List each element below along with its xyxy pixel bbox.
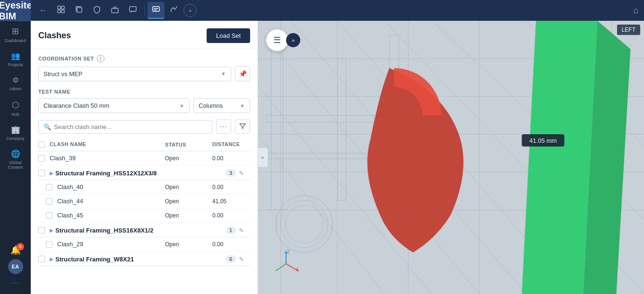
search-filter-row: 🔍 ··· (38, 120, 250, 134)
sidebar-item-admin[interactable]: ⚙ Admin (0, 71, 31, 95)
panel-wrapper: Clashes Load Set Coordination Set i Stru… (31, 21, 258, 294)
table-row[interactable]: Clash_39 Open 0.00 (38, 151, 250, 165)
table-row[interactable]: Clash_45 Open 0.00 (38, 208, 250, 223)
sidebar-item-global-content[interactable]: 🌐 Global Content (0, 145, 31, 173)
search-icon: 🔍 (44, 123, 51, 130)
status-cell: Open (165, 212, 212, 219)
sidebar-label-dashboard: Dashboard (5, 38, 26, 43)
active-tool-icon (152, 5, 160, 15)
chart-icon (170, 5, 178, 16)
header-checkbox[interactable] (38, 141, 45, 148)
search-input[interactable] (54, 123, 207, 130)
hub-icon: ⬡ (12, 100, 19, 110)
notifications-button[interactable]: 5 🔔 (0, 240, 31, 259)
group-chevron-down-icon: ▼ (240, 103, 245, 109)
pin-icon: 📌 (239, 70, 247, 78)
table-row[interactable]: Clash_40 Open 0.00 (38, 180, 250, 194)
group-checkbox[interactable] (38, 170, 45, 176)
user-avatar[interactable]: EA (8, 259, 23, 274)
more-options-button[interactable]: ··· (216, 120, 231, 134)
group-chevron-icon: ▶ (50, 171, 53, 176)
back-button[interactable]: ← (35, 2, 52, 19)
menu-button[interactable]: ☰ (266, 29, 288, 51)
group-row[interactable]: ▶ Structural Framing_W8X21 6 ✎ (38, 251, 250, 266)
group-row[interactable]: ▶ Structural Framing_HSS16X8X1/2 1 ✎ (38, 223, 250, 237)
svg-marker-44 (296, 268, 299, 272)
status-cell: Open (165, 155, 212, 162)
panel-header: Clashes Load Set (31, 21, 258, 49)
main-area: ← (31, 0, 644, 294)
group-edit-icon[interactable]: ✎ (239, 256, 250, 263)
home-button[interactable]: ⌂ (631, 4, 640, 17)
sidebar: Eyesite BIM ⊞ Dashboard 👥 Projects ⚙ Adm… (0, 0, 31, 294)
ellipsis-icon: ··· (220, 122, 227, 131)
home-icon: ⌂ (633, 6, 638, 15)
table-row[interactable]: Clash_44 Open 41.05 (38, 194, 250, 208)
group-row[interactable]: ▶ Structural Framing_HSS12X12X3/8 3 ✎ (38, 165, 250, 180)
header-check (38, 141, 50, 148)
suitcase-button[interactable] (106, 2, 123, 19)
sidebar-item-dashboard[interactable]: ⊞ Dashboard (0, 21, 31, 47)
group-button[interactable] (52, 2, 70, 19)
coordination-set-dropdown[interactable]: Struct vs MEP ▼ (38, 67, 231, 81)
table-row[interactable]: Clash_29 Open 0.00 (38, 237, 250, 251)
test-group-dropdown[interactable]: Columns ▼ (193, 98, 250, 113)
group-name-cell: ▶ Structural Framing_HSS12X12X3/8 (50, 170, 226, 177)
view-direction-label: LEFT (617, 25, 640, 35)
info-icon[interactable]: i (97, 55, 104, 62)
coordination-set-row: Struct vs MEP ▼ 📌 (38, 66, 250, 81)
svg-line-43 (286, 264, 298, 271)
toolbar-more-button[interactable]: » (183, 4, 197, 17)
collapse-panel-button[interactable]: » (257, 148, 268, 167)
clash-name-cell: Clash_45 (57, 212, 165, 219)
shield-button[interactable] (88, 2, 105, 19)
row-checkbox[interactable] (46, 241, 52, 248)
app-logo[interactable]: Eyesite BIM (0, 0, 31, 21)
clash-name-cell: Clash_44 (57, 198, 165, 205)
group-checkbox[interactable] (38, 227, 45, 233)
3d-viewport[interactable]: 41.05 mm ☰ » LEFT Z (258, 21, 644, 294)
active-tool-button[interactable] (148, 2, 165, 19)
row-checkbox[interactable] (46, 184, 52, 190)
clash-table-container[interactable]: Clash Name Status Distance Clash_39 Open… (31, 134, 258, 294)
group-count-badge: 1 (226, 226, 236, 234)
svg-rect-0 (58, 6, 61, 9)
svg-rect-1 (61, 6, 64, 9)
clash-name-cell: Clash_39 (50, 155, 165, 162)
row-check (38, 155, 50, 162)
group-checkbox[interactable] (38, 256, 45, 262)
group-chevron-icon: ▶ (50, 257, 53, 262)
sidebar-more-button[interactable]: ··· (0, 274, 31, 290)
company-icon: 🏢 (11, 125, 20, 134)
axis-indicator: Z (272, 250, 300, 280)
load-set-button[interactable]: Load Set (207, 28, 250, 43)
test-name-dropdown-row: Clearance Clash 50 mm ▼ Columns ▼ (38, 98, 250, 113)
more-icon: ··· (12, 279, 19, 286)
group-edit-icon[interactable]: ✎ (239, 227, 250, 234)
test-name-label: Test Name (38, 89, 250, 95)
copy-button[interactable] (70, 2, 87, 19)
svg-rect-6 (130, 7, 136, 11)
sidebar-item-company[interactable]: 🏢 Company (0, 121, 31, 145)
group-icon (57, 5, 65, 16)
toolbar-separator (144, 5, 145, 16)
sidebar-item-projects[interactable]: 👥 Projects (0, 47, 31, 71)
svg-text:41.05 mm: 41.05 mm (530, 137, 557, 144)
row-checkbox[interactable] (38, 155, 45, 162)
comment-button[interactable] (124, 2, 141, 19)
filter-button[interactable] (235, 120, 250, 134)
search-filter-section: 🔍 ··· (31, 118, 258, 134)
group-edit-icon[interactable]: ✎ (239, 170, 250, 177)
expand-viewport-button[interactable]: » (286, 33, 300, 47)
status-cell: Open (165, 184, 212, 190)
test-name-dropdown[interactable]: Clearance Clash 50 mm ▼ (38, 98, 190, 113)
group-check (38, 227, 50, 233)
search-box[interactable]: 🔍 (38, 120, 212, 134)
row-checkbox[interactable] (46, 198, 52, 205)
chart-button[interactable] (165, 2, 183, 19)
panel-title: Clashes (38, 31, 71, 41)
row-checkbox[interactable] (46, 212, 52, 219)
sidebar-item-hub[interactable]: ⬡ Hub (0, 95, 31, 121)
sidebar-label-admin: Admin (9, 86, 22, 91)
pin-button[interactable]: 📌 (235, 66, 250, 81)
